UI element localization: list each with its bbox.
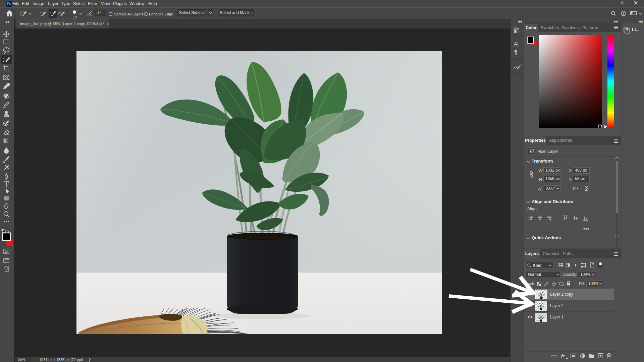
svg-text:?: ?: [623, 12, 625, 15]
